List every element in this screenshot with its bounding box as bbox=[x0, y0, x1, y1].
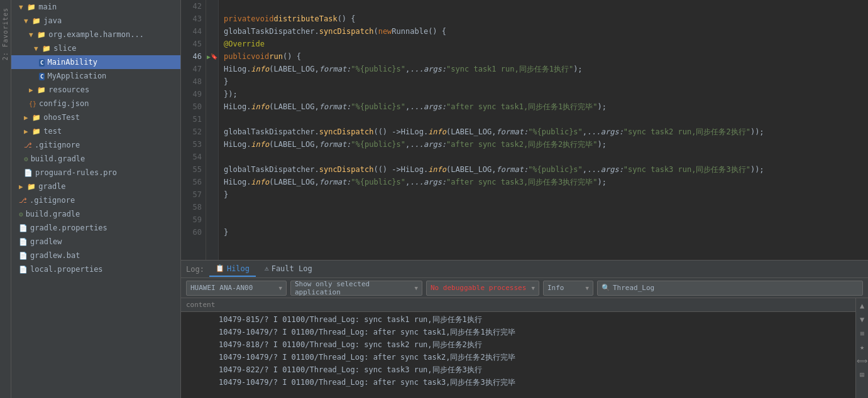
tree-item-gitignore1[interactable]: ⎇.gitignore bbox=[11, 138, 180, 152]
level-select[interactable]: Info ▼ bbox=[543, 281, 593, 296]
expand-button[interactable]: ⟺ bbox=[857, 356, 867, 366]
device-select[interactable]: HUAWEI ANA-AN00 ▼ bbox=[186, 281, 287, 296]
wrap-button[interactable]: ≡ bbox=[857, 328, 867, 338]
tree-item-gradle_folder[interactable]: ▶ 📁gradle bbox=[11, 180, 180, 193]
settings-button[interactable]: ⊞ bbox=[857, 370, 867, 380]
tree-item-main[interactable]: ▼ 📁main bbox=[11, 0, 180, 14]
log-messages[interactable]: 10479-815/? I 01100/Thread_Log: sync tas… bbox=[181, 312, 855, 398]
gutter-cell bbox=[206, 13, 218, 25]
tree-item-label: gradlew.bat bbox=[30, 251, 80, 260]
tree-item-gradlew.bat[interactable]: 📄gradlew.bat bbox=[11, 249, 180, 262]
tab-hilog[interactable]: 📋 Hilog bbox=[209, 262, 256, 277]
code-line: HiLog.info(LABEL_LOG, format: "%{public}… bbox=[224, 100, 863, 113]
gradle-icon: ⚙ bbox=[24, 155, 28, 163]
gutter-cell bbox=[206, 226, 218, 239]
folder-icon: ▼ 📁 bbox=[29, 31, 46, 39]
tree-item-label: .gitignore bbox=[30, 196, 75, 205]
log-label: Log: bbox=[186, 265, 204, 274]
gutter-cell bbox=[206, 100, 218, 113]
scroll-up-button[interactable]: ▲ bbox=[857, 301, 867, 311]
tree-item-proguard[interactable]: 📄proguard-rules.pro bbox=[11, 166, 180, 180]
tree-item-config.json[interactable]: {}config.json bbox=[11, 97, 180, 110]
code-line bbox=[224, 113, 863, 126]
file-tree: ▼ 📁main▼ 📁java▼ 📁org.example.harmon...▼ … bbox=[11, 0, 181, 398]
code-line bbox=[224, 213, 863, 226]
tree-item-MainAbility[interactable]: CMainAbility bbox=[11, 55, 180, 69]
gutter: ▶🔖 bbox=[206, 0, 219, 260]
bookmark-button[interactable]: ★ bbox=[857, 342, 867, 352]
code-line: } bbox=[224, 75, 863, 88]
filter-select[interactable]: Show only selected application ▼ bbox=[290, 281, 422, 296]
tree-item-local.properties[interactable]: 📄local.properties bbox=[11, 262, 180, 276]
tree-item-label: config.json bbox=[39, 99, 89, 108]
code-line: globalTaskDispatcher.syncDispatch(new Ru… bbox=[224, 25, 863, 38]
log-toolbar: HUAWEI ANA-AN00 ▼ Show only selected app… bbox=[181, 278, 868, 298]
process-chevron-icon: ▼ bbox=[532, 285, 535, 291]
tree-item-label: MainAbility bbox=[47, 58, 97, 67]
process-select[interactable]: No debuggable processes ▼ bbox=[426, 281, 539, 296]
gutter-cell bbox=[206, 126, 218, 138]
code-line: }); bbox=[224, 88, 863, 100]
folder-icon: ▶ 📁 bbox=[24, 127, 41, 136]
json-icon: {} bbox=[29, 100, 36, 108]
gutter-cell bbox=[206, 113, 218, 126]
tree-item-build.gradle2[interactable]: ⚙build.gradle bbox=[11, 207, 180, 221]
tree-item-MyApplication[interactable]: CMyApplication bbox=[11, 69, 180, 83]
code-line bbox=[224, 201, 863, 213]
tree-item-ohosTest[interactable]: ▶ 📁ohosTest bbox=[11, 110, 180, 124]
gutter-cell bbox=[206, 75, 218, 88]
tree-item-label: org.example.harmon... bbox=[48, 30, 144, 39]
log-search-input[interactable]: 🔍 Thread_Log bbox=[597, 281, 863, 296]
tree-item-label: build.gradle bbox=[31, 154, 85, 163]
level-chevron-icon: ▼ bbox=[586, 285, 589, 291]
log-row: 10479-815/? I 01100/Thread_Log: sync tas… bbox=[181, 313, 855, 326]
gutter-cell: ▶🔖 bbox=[206, 50, 218, 63]
gutter-cell bbox=[206, 188, 218, 201]
folder-icon: ▶ 📁 bbox=[24, 114, 41, 122]
tree-item-resources[interactable]: ▶ 📁resources bbox=[11, 83, 180, 97]
tree-item-label: java bbox=[43, 16, 62, 25]
tree-item-label: gradle bbox=[38, 182, 65, 191]
tree-item-org[interactable]: ▼ 📁org.example.harmon... bbox=[11, 28, 180, 41]
code-line: @Override bbox=[224, 38, 863, 50]
gutter-cell bbox=[206, 176, 218, 188]
tree-item-test[interactable]: ▶ 📁test bbox=[11, 124, 180, 138]
tab-fault-log[interactable]: ⚠ Fault Log bbox=[258, 262, 319, 277]
code-line: globalTaskDispatcher.syncDispatch(() -> … bbox=[224, 126, 863, 138]
scroll-down-button[interactable]: ▼ bbox=[857, 315, 867, 325]
tree-item-gradlew[interactable]: 📄gradlew bbox=[11, 235, 180, 249]
file-icon: 📄 bbox=[19, 224, 28, 232]
line-numbers: 42434445464748495051525354555657585960 bbox=[181, 0, 206, 260]
tree-item-java[interactable]: ▼ 📁java bbox=[11, 14, 180, 28]
log-row: 10479-822/? I 01100/Thread_Log: sync tas… bbox=[181, 363, 855, 376]
tree-item-gradle.properties[interactable]: 📄gradle.properties bbox=[11, 221, 180, 235]
code-view[interactable]: 42434445464748495051525354555657585960▶🔖… bbox=[181, 0, 868, 260]
fault-icon: ⚠ bbox=[265, 264, 269, 272]
git-icon: ⎇ bbox=[19, 196, 27, 205]
tree-item-gitignore2[interactable]: ⎇.gitignore bbox=[11, 193, 180, 207]
favorites-label: 2: Favorites bbox=[2, 8, 9, 60]
code-content[interactable]: private void distributeTask() { globalTa… bbox=[219, 0, 868, 260]
tree-item-label: gradlew bbox=[30, 237, 62, 246]
gutter-cell bbox=[206, 25, 218, 38]
gutter-cell bbox=[206, 88, 218, 100]
bookmark-icon: 🔖 bbox=[211, 53, 217, 60]
code-line: public void run() { bbox=[224, 50, 863, 63]
tree-item-label: ohosTest bbox=[43, 113, 80, 122]
tree-item-build.gradle1[interactable]: ⚙build.gradle bbox=[11, 152, 180, 166]
tree-item-label: local.properties bbox=[30, 265, 103, 274]
code-line: private void distributeTask() { bbox=[224, 13, 863, 25]
code-line: globalTaskDispatcher.syncDispatch(() -> … bbox=[224, 163, 863, 176]
code-line bbox=[224, 151, 863, 163]
gutter-cell bbox=[206, 201, 218, 213]
file-icon: 📄 bbox=[19, 238, 28, 246]
code-line: } bbox=[224, 188, 863, 201]
log-side-buttons: ▲ ▼ ≡ ★ ⟺ ⊞ bbox=[855, 298, 868, 398]
java-icon: C bbox=[39, 72, 45, 80]
folder-icon: ▼ 📁 bbox=[24, 17, 41, 25]
device-chevron-icon: ▼ bbox=[279, 285, 282, 291]
file-icon: 📄 bbox=[19, 266, 28, 274]
gutter-cell bbox=[206, 163, 218, 176]
folder-icon: ▼ 📁 bbox=[19, 3, 36, 11]
tree-item-slice[interactable]: ▼ 📁slice bbox=[11, 41, 180, 55]
